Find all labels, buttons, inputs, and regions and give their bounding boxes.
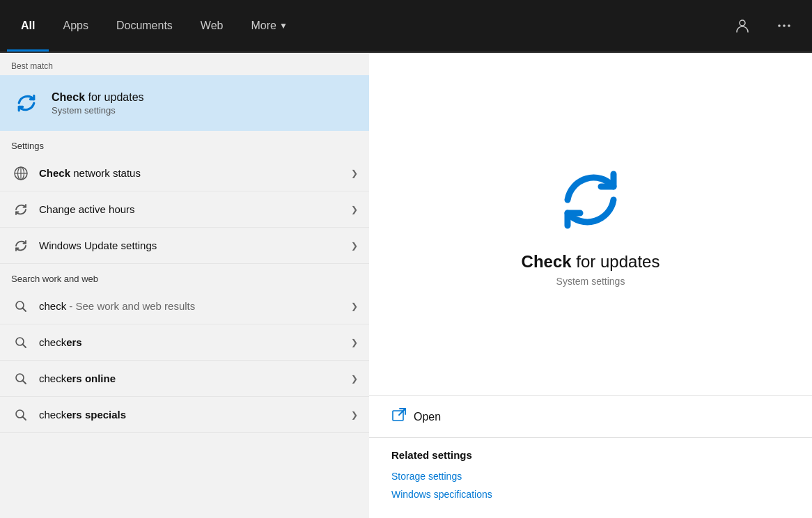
tab-apps[interactable]: Apps xyxy=(49,0,102,52)
globe-icon xyxy=(11,164,31,183)
web-item-checkers-online[interactable]: checkers online ❯ xyxy=(0,361,369,397)
best-match-item[interactable]: Check for updates System settings xyxy=(0,75,369,131)
tab-documents[interactable]: Documents xyxy=(102,0,187,52)
nav-tabs: All Apps Documents Web More ▼ xyxy=(7,0,302,52)
best-match-subtitle: System settings xyxy=(52,105,144,116)
search-web-label: Search work and web xyxy=(0,264,369,288)
settings-section-label: Settings xyxy=(0,131,369,155)
sync-icon-active-hours xyxy=(11,200,31,219)
list-item-windows-update[interactable]: Windows Update settings ❯ xyxy=(0,228,369,264)
list-item-change-active-hours[interactable]: Change active hours ❯ xyxy=(0,191,369,228)
search-icon-3 xyxy=(11,369,31,388)
search-icon-2 xyxy=(11,333,31,352)
search-icon-1 xyxy=(11,297,31,316)
chevron-right-icon-7: ❯ xyxy=(351,410,358,420)
list-item-check-network[interactable]: Check network status ❯ xyxy=(0,155,369,191)
web-item-check-results[interactable]: check - See work and web results ❯ xyxy=(0,288,369,324)
sync-icon-small xyxy=(14,91,39,116)
svg-point-1 xyxy=(778,24,781,27)
windows-update-settings-text: Windows Update settings xyxy=(39,240,351,251)
ellipsis-icon-button[interactable] xyxy=(770,12,798,40)
open-button[interactable]: Open xyxy=(369,396,812,438)
svg-point-2 xyxy=(783,24,786,27)
search-icon-4 xyxy=(11,405,31,425)
windows-specifications-link[interactable]: Windows specifications xyxy=(391,489,790,500)
svg-point-0 xyxy=(740,20,745,26)
best-match-label: Best match xyxy=(0,53,369,75)
sync-icon-large xyxy=(552,162,629,238)
checkers-text: checkers xyxy=(39,336,351,348)
best-match-title: Check for updates xyxy=(52,91,144,104)
svg-point-3 xyxy=(788,24,790,27)
right-main-title: Check for updates xyxy=(522,252,660,272)
chevron-right-icon-4: ❯ xyxy=(351,301,358,311)
svg-line-9 xyxy=(23,308,26,311)
left-panel: Best match Check for updates System sett… xyxy=(0,53,369,518)
checkers-online-text: checkers online xyxy=(39,372,351,384)
svg-line-11 xyxy=(23,344,26,347)
right-top-section: Check for updates System settings xyxy=(369,53,812,396)
svg-line-13 xyxy=(23,380,26,384)
storage-settings-link[interactable]: Storage settings xyxy=(391,471,790,482)
tab-all[interactable]: All xyxy=(7,0,49,52)
right-panel: Check for updates System settings Open R… xyxy=(369,53,812,518)
nav-right xyxy=(728,12,805,40)
web-item-checkers[interactable]: checkers ❯ xyxy=(0,324,369,361)
chevron-down-icon: ▼ xyxy=(279,21,288,31)
web-item-checkers-specials[interactable]: checkers specials ❯ xyxy=(0,397,369,433)
svg-line-17 xyxy=(399,409,405,415)
tab-more[interactable]: More ▼ xyxy=(237,0,301,52)
sync-icon-update-settings xyxy=(11,236,31,256)
chevron-right-icon-2: ❯ xyxy=(351,205,358,214)
person-icon xyxy=(735,18,750,33)
best-match-text: Check for updates System settings xyxy=(52,91,144,116)
chevron-right-icon-5: ❯ xyxy=(351,338,358,347)
main-content: Best match Check for updates System sett… xyxy=(0,53,812,518)
person-icon-button[interactable] xyxy=(728,12,756,40)
best-match-icon xyxy=(11,88,42,118)
top-nav: All Apps Documents Web More ▼ xyxy=(0,0,812,53)
related-settings-title: Related settings xyxy=(391,449,790,461)
right-main-subtitle: System settings xyxy=(556,276,625,287)
tab-web[interactable]: Web xyxy=(187,0,237,52)
check-web-results-text: check - See work and web results xyxy=(39,300,351,312)
chevron-right-icon-3: ❯ xyxy=(351,241,358,251)
check-network-text: Check network status xyxy=(39,167,351,179)
open-label: Open xyxy=(414,411,441,423)
chevron-right-icon-6: ❯ xyxy=(351,374,358,384)
change-active-hours-text: Change active hours xyxy=(39,203,351,215)
related-settings-section: Related settings Storage settings Window… xyxy=(369,438,812,518)
open-external-icon xyxy=(391,407,407,426)
chevron-right-icon: ❯ xyxy=(351,168,358,178)
checkers-specials-text: checkers specials xyxy=(39,409,351,421)
svg-line-15 xyxy=(23,416,26,420)
ellipsis-icon xyxy=(776,18,792,33)
